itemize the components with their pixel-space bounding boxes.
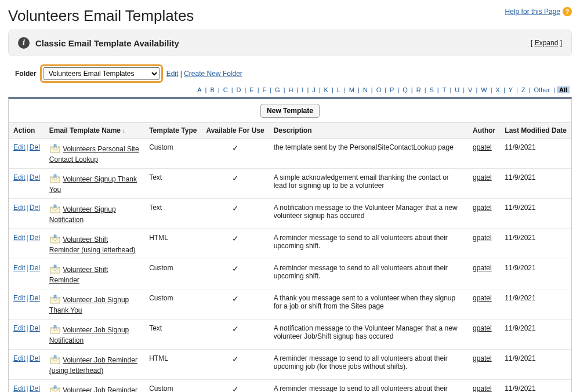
mail-icon [49, 204, 61, 216]
alpha-letter[interactable]: J [310, 86, 317, 93]
author-cell: gpatel [468, 229, 500, 259]
separator: | [356, 86, 361, 93]
separator: | [423, 86, 428, 93]
edit-link[interactable]: Edit [13, 354, 26, 362]
templates-table: Action Email Template Name ↓ Template Ty… [9, 123, 571, 392]
del-link[interactable]: Del [30, 294, 40, 302]
del-link[interactable]: Del [30, 324, 40, 332]
alpha-letter[interactable]: N [361, 86, 369, 93]
author-link[interactable]: gpatel [473, 384, 492, 392]
template-name-link[interactable]: Volunteers Personal Site Contact Lookup [49, 145, 139, 164]
folder-create-link[interactable]: Create New Folder [184, 70, 242, 78]
edit-link[interactable]: Edit [13, 324, 26, 332]
template-name-link[interactable]: Volunteer Signup Thank You [49, 175, 137, 194]
alpha-letter[interactable]: A [195, 86, 203, 93]
author-link[interactable]: gpatel [473, 264, 492, 272]
author-link[interactable]: gpatel [473, 324, 492, 332]
alpha-letter[interactable]: T [441, 86, 448, 93]
edit-link[interactable]: Edit [13, 173, 26, 182]
author-link[interactable]: gpatel [473, 173, 492, 182]
alpha-letter[interactable]: B [208, 86, 216, 93]
edit-link[interactable]: Edit [13, 264, 26, 272]
alpha-letter[interactable]: F [261, 86, 269, 93]
col-modified[interactable]: Last Modified Date [500, 123, 571, 139]
alpha-letter[interactable]: E [248, 86, 255, 93]
del-link[interactable]: Del [30, 234, 40, 242]
table-row: Edit|Del Volunteer Job ReminderCustom✓A … [9, 380, 571, 393]
help-link[interactable]: Help for this Page [505, 8, 560, 16]
alpha-letter[interactable]: D [234, 86, 242, 93]
author-link[interactable]: gpatel [473, 294, 492, 302]
col-type[interactable]: Template Type [144, 123, 201, 139]
author-link[interactable]: gpatel [473, 204, 492, 212]
alpha-letter[interactable]: Y [507, 86, 514, 93]
alpha-letter[interactable]: G [273, 86, 282, 93]
del-link[interactable]: Del [30, 264, 40, 272]
template-name-link[interactable]: Volunteer Shift Reminder (using letterhe… [49, 235, 136, 254]
name-cell: Volunteer Signup Thank You [45, 169, 144, 199]
alpha-letter[interactable]: U [453, 86, 461, 93]
alpha-other[interactable]: Other [532, 86, 552, 93]
help-icon[interactable]: ? [563, 7, 572, 16]
action-cell: Edit|Del [9, 320, 45, 350]
edit-link[interactable]: Edit [13, 204, 26, 212]
alpha-letter[interactable]: S [428, 86, 436, 93]
alpha-letter[interactable]: H [287, 86, 295, 93]
alpha-letter[interactable]: L [335, 86, 342, 93]
alpha-letter[interactable]: R [415, 86, 423, 93]
alpha-letter[interactable]: V [466, 86, 474, 93]
separator: | [256, 86, 261, 93]
edit-link[interactable]: Edit [13, 234, 26, 242]
edit-link[interactable]: Edit [13, 384, 26, 392]
expand-link[interactable]: Expand [535, 39, 559, 47]
action-cell: Edit|Del [9, 229, 45, 259]
separator: | [552, 86, 557, 93]
modified-cell: 11/9/2021 [500, 139, 571, 169]
check-icon: ✓ [206, 173, 264, 183]
alpha-letter[interactable]: K [322, 86, 330, 93]
alpha-letter[interactable]: Q [401, 86, 409, 93]
author-link[interactable]: gpatel [473, 143, 492, 151]
alpha-letter[interactable]: Z [520, 86, 527, 93]
del-link[interactable]: Del [30, 143, 40, 151]
alpha-letter[interactable]: O [375, 86, 383, 93]
col-description[interactable]: Description [269, 123, 468, 139]
modified-cell: 11/9/2021 [500, 289, 571, 320]
del-link[interactable]: Del [30, 173, 40, 182]
alpha-letter[interactable]: M [347, 86, 356, 93]
alpha-letter[interactable]: W [479, 86, 488, 93]
separator: | [383, 86, 388, 93]
author-link[interactable]: gpatel [473, 234, 492, 242]
edit-link[interactable]: Edit [13, 294, 26, 302]
separator: | [268, 86, 273, 93]
alpha-all[interactable]: All [557, 86, 570, 93]
template-name-link[interactable]: Volunteer Job Signup Thank You [49, 296, 129, 314]
folder-edit-link[interactable]: Edit [166, 70, 179, 78]
col-available[interactable]: Available For Use [201, 123, 269, 139]
description-cell: A thank you message sent to a volunteer … [269, 289, 468, 320]
description-cell: A reminder message to send to all volunt… [269, 380, 468, 393]
type-cell: Custom [144, 259, 201, 289]
del-link[interactable]: Del [30, 384, 40, 392]
description-cell: the template sent by the PersonalSiteCon… [269, 139, 468, 169]
del-link[interactable]: Del [30, 354, 40, 362]
edit-link[interactable]: Edit [13, 143, 26, 151]
folder-select[interactable]: Volunteers Email Templates [44, 67, 160, 80]
new-template-button[interactable]: New Template [260, 104, 320, 118]
template-name-link[interactable]: Volunteer Job Signup Notification [49, 326, 129, 344]
check-icon: ✓ [206, 264, 264, 273]
table-row: Edit|Del Volunteer Shift ReminderCustom✓… [9, 259, 571, 289]
page-title: Volunteers Email Templates [8, 7, 194, 25]
action-cell: Edit|Del [9, 350, 45, 380]
author-cell: gpatel [468, 320, 500, 350]
col-name[interactable]: Email Template Name ↓ [45, 123, 144, 139]
alpha-letter[interactable]: X [494, 86, 502, 93]
template-name-link[interactable]: Volunteer Job Reminder [63, 386, 137, 392]
author-link[interactable]: gpatel [473, 354, 492, 362]
template-name-link[interactable]: Volunteer Job Reminder (using letterhead… [49, 356, 137, 375]
alpha-letter[interactable]: P [388, 86, 396, 93]
col-author[interactable]: Author [468, 123, 500, 139]
del-link[interactable]: Del [30, 204, 40, 212]
modified-cell: 11/9/2021 [500, 199, 571, 229]
alpha-letter[interactable]: C [222, 86, 230, 93]
